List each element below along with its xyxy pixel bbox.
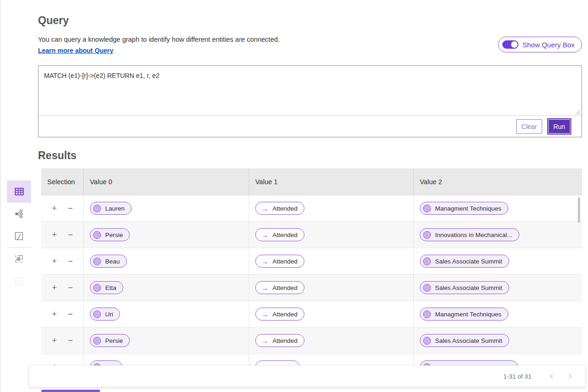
entity-pill[interactable]: Innovations in Mechanical... [420,228,519,241]
entity-icon [423,257,431,265]
value0-cell: Lauren [84,195,249,221]
relationship-pill[interactable]: → Attended [255,202,304,215]
resize-handle-icon[interactable] [575,109,581,115]
table-row: + − Beau → Attended Sales Associate Summ… [41,248,582,275]
value0-cell: Persie [84,328,249,353]
results-table: Selection Value 0 Value 1 Value 2 + − La… [41,168,582,380]
add-to-selection-button[interactable]: + [52,257,57,265]
remove-from-selection-button[interactable]: − [68,257,73,265]
results-view-sidebar [7,180,31,292]
next-page-button[interactable] [564,370,576,382]
add-to-selection-button[interactable]: + [52,283,57,292]
pagination-range: 1-31 of 31 [503,373,531,380]
learn-more-link[interactable]: Learn more about Query [38,47,114,54]
remove-from-selection-button[interactable]: − [68,336,73,345]
add-to-selection-button[interactable]: + [52,336,57,345]
entity-pill[interactable]: Managment Techniques [420,202,508,215]
entity-icon [93,284,101,292]
entity-label: Managment Techniques [435,205,501,212]
sidebar-item-add-to-map [7,270,31,292]
chevron-left-icon [549,373,554,379]
horizontal-scrollbar-thumb[interactable] [41,390,100,392]
clear-button[interactable]: Clear [516,119,542,134]
value0-cell: Etta [84,275,249,301]
entity-icon [423,205,431,212]
entity-label: Sales Associate Summit [435,337,502,344]
relationship-pill[interactable]: → Attended [255,255,304,268]
add-to-map-icon [14,276,24,286]
entity-label: Managment Techniques [435,311,501,318]
run-button[interactable]: Run [548,119,570,134]
entity-pill[interactable]: Uri [90,308,120,321]
relationship-label: Attended [272,258,297,265]
entity-pill[interactable]: Sales Associate Summit [420,281,509,294]
entity-icon [93,205,101,212]
column-header-selection: Selection [41,168,84,195]
add-to-selection-button[interactable]: + [52,204,57,212]
entity-label: Persie [105,231,123,238]
value2-cell: Innovations in Mechanical... [414,222,582,248]
entity-icon [93,231,101,239]
entity-pill[interactable]: Sales Associate Summit [420,334,509,347]
sidebar-item-map-view[interactable] [7,225,31,247]
sidebar-item-table-view[interactable] [7,180,31,203]
toggle-switch-icon [502,40,518,49]
toggle-label: Show Query Box [522,41,575,49]
add-to-selection-button[interactable]: + [52,231,57,239]
value2-cell: Sales Associate Summit [414,328,582,353]
relationship-label: Attended [272,231,297,238]
entity-pill[interactable]: Beau [90,255,127,268]
table-row: + − Etta → Attended Sales Associate Summ… [41,275,582,301]
query-page: Query You can query a knowledge graph to… [0,0,588,392]
results-title: Results [38,149,76,162]
value2-cell: Sales Associate Summit [414,248,582,274]
value1-cell: → Attended [249,275,414,301]
vertical-scrollbar-thumb[interactable] [578,197,580,223]
arrow-right-icon: → [261,311,268,318]
table-row: + − Persie → Attended Innovations in Mec… [41,222,582,248]
relationship-pill[interactable]: → Attended [255,308,304,321]
value2-cell: Managment Techniques [414,195,582,221]
relationship-label: Attended [272,205,297,212]
remove-from-selection-button[interactable]: − [68,283,73,292]
selection-cell: + − [41,222,84,248]
pagination-bar: 1-31 of 31 [29,366,585,387]
column-header-value2: Value 2 [414,168,582,195]
table-row: + − Uri → Attended Managment Techniques [41,301,582,328]
entity-pill[interactable]: Sales Associate Summit [420,255,509,268]
sidebar-item-add-to-link-chart[interactable] [7,248,31,270]
value0-cell: Persie [84,222,249,248]
remove-from-selection-button[interactable]: − [68,310,73,318]
relationship-pill[interactable]: → Attended [255,281,304,294]
remove-from-selection-button[interactable]: − [68,231,73,239]
entity-icon [423,310,431,318]
column-header-value1: Value 1 [249,168,414,195]
relationship-label: Attended [272,284,297,291]
relationship-pill[interactable]: → Attended [255,334,304,347]
table-icon [14,186,25,197]
entity-pill[interactable]: Etta [90,281,123,294]
remove-from-selection-button[interactable]: − [68,204,73,212]
entity-pill[interactable]: Persie [90,228,130,241]
previous-page-button[interactable] [545,370,557,382]
selection-cell: + − [41,248,84,274]
entity-pill[interactable]: Persie [90,334,130,347]
value0-cell: Uri [84,301,249,327]
query-input[interactable]: MATCH (e1)-[r]->(e2) RETURN e1, r, e2 [38,66,582,116]
show-query-box-toggle[interactable]: Show Query Box [498,37,582,52]
value0-cell: Beau [84,248,249,274]
page-description: You can query a knowledge graph to ident… [38,36,280,43]
entity-pill[interactable]: Managment Techniques [420,308,508,321]
entity-icon [423,231,431,239]
table-header-row: Selection Value 0 Value 1 Value 2 [41,168,582,195]
sidebar-item-link-chart-view[interactable] [7,203,31,225]
selection-cell: + − [41,301,84,327]
link-chart-icon [14,209,24,219]
table-body: + − Lauren → Attended Managment Techniqu… [41,195,582,380]
entity-pill[interactable]: Lauren [90,202,132,215]
value1-cell: → Attended [249,195,414,221]
add-to-selection-button[interactable]: + [52,310,57,318]
page-title: Query [38,14,69,27]
entity-icon [423,284,431,292]
relationship-pill[interactable]: → Attended [255,228,304,241]
